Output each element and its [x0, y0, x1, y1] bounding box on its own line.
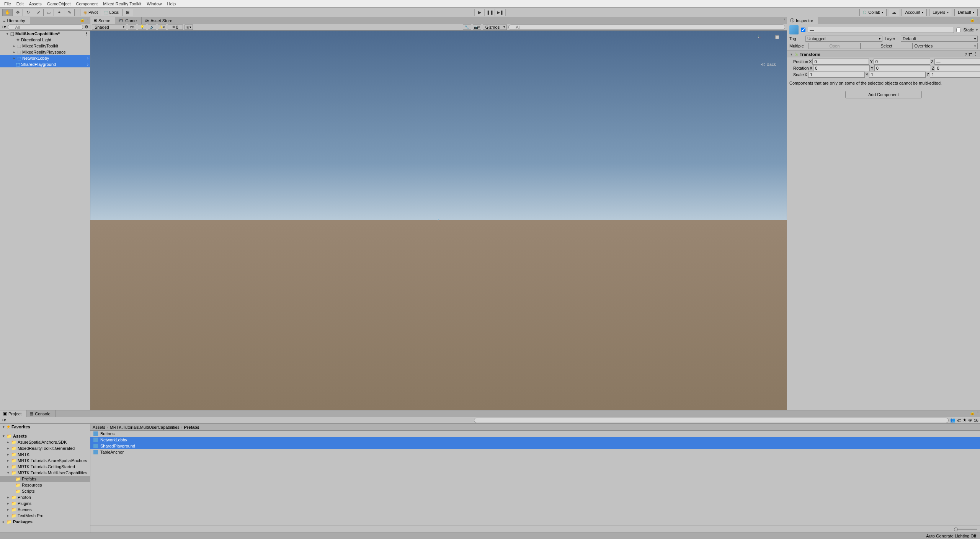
asset-item[interactable]: NetworkLobby: [90, 437, 980, 443]
layout-dropdown[interactable]: Default: [954, 9, 978, 16]
lock-icon[interactable]: 🔒: [80, 17, 85, 24]
step-button[interactable]: ▶❚: [495, 9, 506, 16]
lock-icon[interactable]: 🔒: [970, 17, 975, 24]
search-filter-icon[interactable]: ⚙: [85, 24, 88, 29]
hier-item-light[interactable]: ☀ Directional Light: [0, 37, 90, 43]
filter-label-icon[interactable]: 🏷: [957, 418, 961, 423]
arrow-icon[interactable]: ›: [87, 56, 88, 60]
console-tab[interactable]: ▤ Console: [26, 410, 55, 417]
menu-component[interactable]: Component: [73, 1, 100, 7]
play-button[interactable]: ▶: [475, 9, 485, 16]
hier-item-playspace[interactable]: ▸ ⬚ MixedRealityPlayspace: [0, 49, 90, 55]
breadcrumb-item-current[interactable]: Prefabs: [184, 425, 199, 430]
scene-menu-icon[interactable]: ⋮: [84, 31, 88, 36]
assets-root[interactable]: ▾ 📁 Assets: [0, 433, 90, 439]
fold-icon[interactable]: ▾: [2, 425, 5, 429]
menu-icon[interactable]: ⋮: [973, 52, 978, 57]
static-checkbox[interactable]: [956, 28, 961, 32]
account-dropdown[interactable]: Account: [902, 9, 927, 16]
hierarchy-tab[interactable]: ≡ Hierarchy: [0, 17, 30, 24]
create-dropdown[interactable]: +▾: [2, 24, 6, 29]
scale-z-input[interactable]: [930, 72, 980, 78]
menu-edit[interactable]: Edit: [14, 1, 26, 7]
favorite-icon[interactable]: ★: [963, 418, 967, 423]
menu-icon[interactable]: ⋮: [86, 17, 90, 24]
snap-button[interactable]: ⊞: [123, 9, 133, 16]
menu-assets[interactable]: Assets: [26, 1, 44, 7]
tree-folder[interactable]: ▸📁MRTK.Tutorials.GettingStarted: [0, 464, 90, 470]
breadcrumb-item[interactable]: MRTK.Tutorials.MultiUserCapabilities: [110, 425, 180, 430]
scene-root[interactable]: ▾ ⬚ MultiUserCapabilities* ⋮: [0, 31, 90, 37]
hidden-icon[interactable]: 👁: [968, 418, 972, 423]
tree-folder[interactable]: ▸📁Photon: [0, 494, 90, 500]
move-tool[interactable]: ✥: [13, 9, 23, 16]
lock-icon[interactable]: 🔒: [970, 410, 975, 417]
fold-icon[interactable]: ▸: [2, 520, 5, 524]
rotate-tool[interactable]: ↻: [23, 9, 33, 16]
favorites-root[interactable]: ▾ ★ Favorites: [0, 424, 90, 430]
hier-item-mrtk[interactable]: ▸ ⬚ MixedRealityToolkit: [0, 43, 90, 49]
scale-x-input[interactable]: [808, 72, 865, 78]
tree-folder[interactable]: ▸📁MRTK: [0, 451, 90, 457]
menu-file[interactable]: File: [2, 1, 14, 7]
asset-item[interactable]: Buttons: [90, 431, 980, 437]
tree-folder[interactable]: ▸📁AzureSpatialAnchors.SDK: [0, 439, 90, 445]
transform-tool[interactable]: ✦: [54, 9, 64, 16]
asset-item[interactable]: SharedPlayground: [90, 443, 980, 449]
gizmos-dropdown[interactable]: Gizmos: [483, 24, 507, 30]
fold-icon[interactable]: ▸: [12, 56, 16, 60]
object-name-input[interactable]: [808, 27, 954, 33]
asset-list[interactable]: Buttons NetworkLobby SharedPlayground Ta…: [90, 431, 980, 526]
rect-tool[interactable]: ▭: [44, 9, 54, 16]
asset-item[interactable]: TableAnchor: [90, 449, 980, 455]
hier-item-networklobby[interactable]: ▸ ⬚ NetworkLobby ›: [0, 55, 90, 61]
menu-window[interactable]: Window: [144, 1, 164, 7]
hidden-toggle[interactable]: 👁 0: [168, 24, 183, 30]
hierarchy-search[interactable]: [8, 24, 83, 30]
hier-item-sharedplayground[interactable]: ⬚ SharedPlayground ›: [0, 61, 90, 67]
fx-toggle[interactable]: ✨▾: [158, 24, 166, 30]
project-search[interactable]: [474, 418, 949, 423]
create-dropdown[interactable]: +▾: [2, 418, 6, 423]
pivot-button[interactable]: ◉Pivot: [80, 9, 101, 16]
static-dropdown-icon[interactable]: ▾: [976, 28, 978, 32]
layers-dropdown[interactable]: Layers: [929, 9, 952, 16]
scene-viewport[interactable]: y x ≪ Back: [90, 31, 787, 410]
tree-folder[interactable]: ▸📁TextMesh Pro: [0, 513, 90, 519]
rot-z-input[interactable]: [935, 65, 980, 71]
tree-folder[interactable]: ▸📁Scenes: [0, 506, 90, 513]
lighting-toggle[interactable]: 💡: [138, 24, 146, 30]
game-tab[interactable]: 🎮 Game: [115, 17, 142, 24]
hand-tool[interactable]: ✋: [2, 9, 13, 16]
transform-header[interactable]: ▾ ⇲ Transform ? ⇄ ⋮: [787, 51, 980, 57]
scene-search[interactable]: [508, 24, 785, 30]
object-icon[interactable]: [789, 25, 799, 34]
menu-icon[interactable]: ⋮: [976, 17, 980, 24]
packages-root[interactable]: ▸ 📁 Packages: [0, 519, 90, 525]
orientation-gizmo[interactable]: y x: [756, 35, 779, 58]
pos-z-input[interactable]: [934, 59, 980, 65]
filter-type-icon[interactable]: 👥: [950, 418, 956, 423]
pause-button[interactable]: ❚❚: [485, 9, 495, 16]
inspector-tab[interactable]: ⓘ Inspector: [787, 17, 818, 24]
pos-y-input[interactable]: [874, 59, 930, 65]
fold-icon[interactable]: ▸: [12, 44, 16, 48]
project-tab[interactable]: ▣ Project: [0, 410, 26, 417]
tree-folder-prefabs[interactable]: 📁Prefabs: [0, 476, 90, 482]
select-button[interactable]: Select: [861, 43, 913, 49]
fold-icon[interactable]: ▾: [2, 434, 5, 438]
pos-x-input[interactable]: [812, 59, 869, 65]
menu-icon[interactable]: ⋮: [976, 410, 980, 417]
shading-dropdown[interactable]: Shaded: [92, 24, 126, 30]
preset-icon[interactable]: ⇄: [969, 52, 972, 57]
tree-folder[interactable]: ▸📁Plugins: [0, 500, 90, 506]
project-tree[interactable]: ▾ ★ Favorites ▾ 📁 Assets ▸📁AzureSpatialA…: [0, 424, 90, 532]
tools-icon[interactable]: 🔧: [463, 24, 471, 30]
tree-folder[interactable]: ▸📁MixedRealityToolkit.Generated: [0, 445, 90, 451]
layer-dropdown[interactable]: Default: [901, 36, 978, 42]
menu-gameobject[interactable]: GameObject: [44, 1, 74, 7]
hierarchy-tree[interactable]: ▾ ⬚ MultiUserCapabilities* ⋮ ☀ Direction…: [0, 31, 90, 410]
rot-y-input[interactable]: [874, 65, 931, 71]
scale-y-input[interactable]: [869, 72, 926, 78]
custom-tool[interactable]: ✎: [64, 9, 75, 16]
